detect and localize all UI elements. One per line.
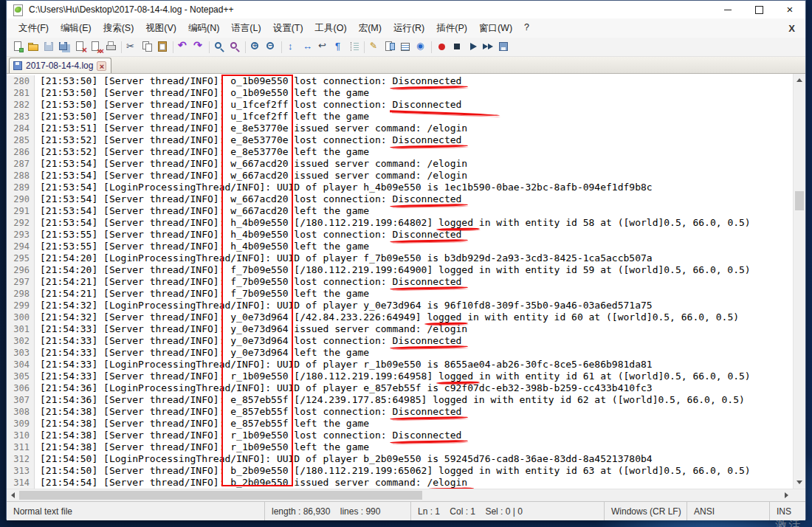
print-button[interactable]: [103, 39, 119, 55]
user-defined-language-button[interactable]: [367, 39, 382, 55]
log-text: [21:54:54] [Server thread/INFO]: b_2b09e…: [35, 477, 467, 489]
log-line: 292[21:53:54] [Server thread/INFO]: h_4b…: [7, 217, 793, 229]
close-all-button[interactable]: [88, 39, 103, 55]
status-cursor-position: Ln : 1 Col : 1 Sel : 0 | 0: [411, 502, 605, 520]
log-line: 288[21:53:54] [Server thread/INFO]: w_66…: [7, 170, 793, 182]
menu-item[interactable]: 编码(N): [182, 19, 225, 38]
save-file-icon: [43, 41, 55, 53]
log-text: [21:53:55] [Server thread/INFO]: h_4b09e…: [35, 241, 369, 252]
sync-vertical-scrolling-button[interactable]: [284, 39, 300, 55]
word-wrap-button[interactable]: [315, 39, 331, 55]
horizontal-scroll-thumb[interactable]: [19, 491, 422, 500]
function-list-button[interactable]: [398, 39, 413, 55]
run-macro-multiple-button[interactable]: [481, 39, 496, 55]
redo-icon: [193, 41, 205, 53]
vertical-scroll-thumb[interactable]: [795, 191, 804, 210]
red-underline-annotation: Disconnected: [392, 193, 461, 205]
status-doc-type: Normal text file: [7, 502, 265, 520]
menu-item[interactable]: 工具(O): [309, 19, 353, 38]
line-number: 293: [7, 229, 35, 241]
log-text: [21:54:20] [LoginProcessingThread/INFO]:…: [35, 252, 653, 264]
paste-button[interactable]: [155, 39, 171, 55]
menu-item[interactable]: 文件(F): [13, 19, 55, 38]
line-number: 284: [7, 123, 35, 134]
scroll-left-arrow[interactable]: [7, 489, 19, 501]
word-wrap-icon: [317, 41, 329, 53]
title-bar[interactable]: C:\Users\Hu\Desktop\2017-08-14-4.log - N…: [7, 1, 805, 18]
tab-2017-08-14-4-log[interactable]: 2017-08-14-4.log ×: [9, 58, 111, 73]
cut-icon: [125, 41, 138, 53]
document-map-button[interactable]: [382, 39, 398, 55]
menu-item[interactable]: ?: [518, 19, 535, 38]
toolbar-separator: [281, 41, 282, 53]
log-line: 310[21:54:38] [Server thread/INFO]: r_1b…: [7, 430, 793, 441]
line-number: 306: [7, 382, 35, 394]
save-macro-button[interactable]: [496, 39, 512, 55]
menu-item[interactable]: 窗口(W): [473, 19, 518, 38]
cut-button[interactable]: [124, 39, 140, 55]
log-text: [21:54:50] [Server thread/INFO]: b_2b09e…: [35, 465, 751, 477]
playback-macro-icon: [467, 41, 479, 53]
undo-button[interactable]: [176, 39, 191, 55]
stop-macro-button[interactable]: [450, 39, 465, 55]
line-number: 282: [7, 99, 35, 111]
monitor-button[interactable]: [413, 39, 429, 55]
toolbar-separator: [364, 41, 365, 53]
status-eol-format[interactable]: Windows (CR LF): [605, 502, 687, 520]
log-line: 300[21:54:32] [Server thread/INFO]: y_0e…: [7, 311, 793, 323]
log-text: [21:54:33] [Server thread/INFO]: y_0e73d…: [35, 323, 467, 335]
line-number: 295: [7, 252, 35, 264]
saved-file-icon: [13, 61, 22, 70]
menu-item[interactable]: 搜索(S): [97, 19, 140, 38]
menu-item[interactable]: 运行(R): [388, 19, 430, 38]
log-text: [21:53:54] [Server thread/INFO]: w_667ac…: [35, 170, 467, 182]
maximize-button[interactable]: [743, 1, 774, 18]
close-button[interactable]: ×: [774, 1, 805, 18]
vertical-scroll-track[interactable]: [794, 86, 805, 476]
zoom-out-button[interactable]: [264, 39, 279, 55]
log-text: [21:54:33] [Server thread/INFO]: y_0e73d…: [35, 347, 369, 359]
window-title: C:\Users\Hu\Desktop\2017-08-14-4.log - N…: [29, 4, 233, 15]
scroll-up-arrow[interactable]: [794, 74, 805, 86]
menu-item[interactable]: 语言(L): [225, 19, 266, 38]
close-file-button[interactable]: [72, 39, 88, 55]
replace-button[interactable]: [227, 39, 243, 55]
scroll-down-arrow[interactable]: [794, 476, 805, 489]
log-lines[interactable]: 280[21:53:50] [Server thread/INFO]: o_1b…: [7, 74, 793, 489]
vertical-scrollbar[interactable]: [793, 74, 805, 489]
save-all-button[interactable]: [57, 39, 72, 55]
save-file-button[interactable]: [41, 39, 57, 55]
indent-guide-button[interactable]: [346, 39, 362, 55]
menu-close-x[interactable]: X: [784, 21, 799, 35]
editor-area[interactable]: 280[21:53:50] [Server thread/INFO]: o_1b…: [7, 74, 805, 489]
log-text: [21:53:50] [Server thread/INFO]: u_1fcef…: [35, 99, 461, 111]
status-encoding[interactable]: ANSI: [687, 502, 770, 520]
menu-item[interactable]: 设置(T): [267, 19, 309, 38]
horizontal-scroll-track[interactable]: [19, 489, 780, 501]
record-macro-button[interactable]: [434, 39, 450, 55]
tab-close-icon[interactable]: ×: [97, 61, 106, 71]
line-number: 308: [7, 406, 35, 418]
stop-macro-icon: [451, 41, 464, 53]
redo-button[interactable]: [191, 39, 207, 55]
open-file-button[interactable]: [26, 39, 41, 55]
playback-macro-button[interactable]: [465, 39, 481, 55]
menu-item[interactable]: 宏(M): [353, 19, 388, 38]
horizontal-scrollbar[interactable]: [7, 489, 805, 501]
menu-item[interactable]: 插件(P): [430, 19, 473, 38]
new-file-icon: [12, 41, 24, 53]
find-button[interactable]: [212, 39, 227, 55]
red-underline-annotation: Disconnected: [392, 335, 461, 347]
menu-item[interactable]: 编辑(E): [55, 19, 97, 38]
scroll-right-arrow[interactable]: [780, 489, 793, 501]
sync-horizontal-scrolling-button[interactable]: [300, 39, 315, 55]
red-underline-annotation: Disconnected: [392, 276, 461, 288]
new-file-button[interactable]: [10, 39, 26, 55]
notepadpp-app-icon: [12, 4, 24, 16]
show-all-characters-button[interactable]: [331, 39, 346, 55]
zoom-in-button[interactable]: [248, 39, 264, 55]
status-insert-mode[interactable]: INS: [770, 502, 805, 520]
copy-button[interactable]: [140, 39, 155, 55]
menu-item[interactable]: 视图(V): [140, 19, 182, 38]
minimize-button[interactable]: [712, 1, 743, 18]
